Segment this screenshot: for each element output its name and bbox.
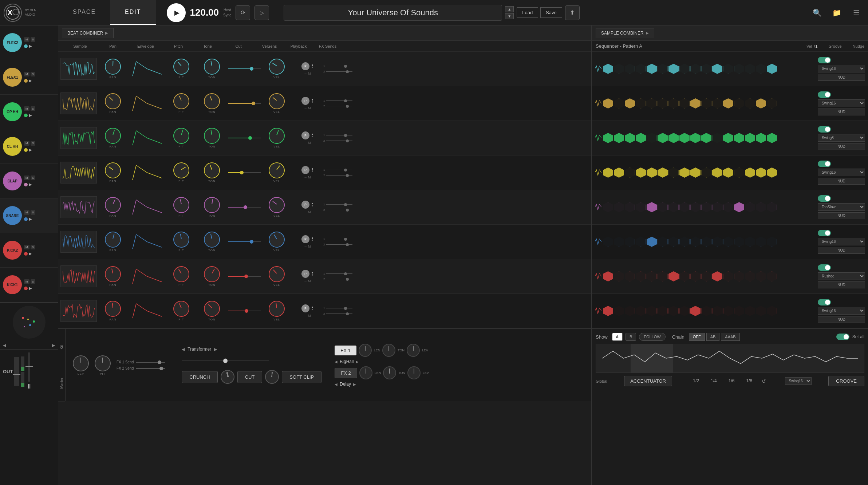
step-opHH-9[interactable] (701, 133, 711, 143)
time-div-sixth[interactable]: 1/6 (726, 378, 737, 384)
step-kick2-2[interactable] (625, 271, 635, 281)
pitch-knob-snare[interactable]: PIT (167, 232, 196, 252)
step-flex2-8[interactable] (690, 64, 701, 74)
vel-knob-kick2[interactable]: VEL (262, 266, 291, 287)
nud-btn-snare[interactable]: NUD (818, 247, 865, 254)
waveform-flex2[interactable] (60, 58, 97, 80)
waveform-clHH[interactable] (60, 162, 97, 184)
save-button[interactable]: Save (540, 7, 562, 18)
tone-knob-flex2[interactable]: TON (197, 59, 226, 79)
vel-knob-flex2[interactable]: VEL (262, 59, 291, 79)
vel-knob-opHH[interactable]: VEL (262, 128, 291, 148)
step-flex1-7[interactable] (679, 98, 690, 109)
groove-select-kick2[interactable]: Rushed (818, 272, 865, 280)
seq-shape-clap[interactable] (595, 204, 601, 211)
step-kick1-5[interactable] (658, 306, 668, 316)
step-kick2-6[interactable] (668, 271, 679, 281)
step-clHH-13[interactable] (745, 167, 755, 178)
step-clHH-0[interactable] (603, 167, 613, 178)
solo-opHH[interactable]: S (31, 106, 35, 111)
sample-combiner-button[interactable]: SAMPLE COMBINER ▶ (596, 28, 654, 38)
step-kick2-14[interactable] (756, 271, 766, 281)
step-clHH-2[interactable] (625, 167, 635, 178)
play-arrow-clap[interactable]: ▶ (29, 182, 32, 186)
step-snare-5[interactable] (658, 237, 668, 247)
fx1-next[interactable]: ▶ (356, 360, 359, 364)
tab-space[interactable]: SPACE (58, 0, 110, 25)
step-flex1-8[interactable] (690, 98, 701, 109)
step-opHH-7[interactable] (679, 133, 690, 143)
tone-knob-flex1[interactable]: TON (197, 93, 226, 114)
next-arrow[interactable]: ▶ (214, 347, 217, 352)
fx2-lev-knob[interactable] (407, 366, 421, 379)
step-clap-4[interactable] (647, 202, 657, 212)
set-all-toggle[interactable] (836, 334, 849, 340)
vel-knob-kick1[interactable]: VEL (262, 301, 291, 321)
step-clap-3[interactable] (636, 202, 646, 212)
time-div-quarter[interactable]: 1/4 (709, 378, 719, 384)
step-clHH-3[interactable] (636, 167, 646, 178)
pause-btn[interactable] (28, 352, 30, 382)
play-arrow-kick2[interactable]: ▶ (29, 252, 32, 256)
pitch-knob-kick1[interactable]: PIT (167, 301, 196, 321)
tone-knob-clap[interactable]: TON (197, 197, 226, 217)
solo-kick1[interactable]: S (31, 279, 35, 284)
pan-knob-clap[interactable]: PAN (98, 197, 127, 217)
seq-toggle-clHH[interactable] (818, 161, 831, 167)
fx1-ton-knob[interactable] (382, 344, 395, 357)
play-button[interactable] (167, 3, 186, 22)
step-kick1-9[interactable] (701, 306, 711, 316)
step-opHH-14[interactable] (756, 133, 766, 143)
seq-toggle-opHH[interactable] (818, 126, 831, 133)
tone-knob-snare[interactable]: TON (197, 232, 226, 252)
groove-select-kick1[interactable]: Swing16 (818, 307, 865, 315)
solo-snare[interactable]: S (31, 210, 35, 215)
output-level-slider[interactable] (14, 357, 19, 386)
step-flex2-1[interactable] (614, 64, 624, 74)
p-btn-flex1[interactable]: P (301, 97, 309, 105)
load-button[interactable]: Load (517, 7, 538, 18)
step-flex2-6[interactable] (668, 64, 679, 74)
envelope-flex1[interactable] (129, 92, 165, 114)
pan-knob-flex2[interactable]: PAN (98, 59, 127, 79)
step-snare-11[interactable] (723, 237, 733, 247)
step-kick1-0[interactable] (603, 306, 613, 316)
step-opHH-1[interactable] (614, 133, 624, 143)
step-kick2-5[interactable] (658, 271, 668, 281)
fx1-lev-knob[interactable] (407, 344, 420, 357)
seq-shape-opHH[interactable] (595, 134, 601, 142)
step-kick1-3[interactable] (636, 306, 646, 316)
step-clap-10[interactable] (712, 202, 722, 212)
step-flex1-11[interactable] (723, 98, 733, 109)
step-snare-10[interactable] (712, 237, 722, 247)
seq-toggle-snare[interactable] (818, 230, 831, 236)
nud-btn-opHH[interactable]: NUD (818, 143, 865, 150)
seq-shape-clHH[interactable] (595, 169, 601, 176)
seq-shape-kick1[interactable] (595, 307, 601, 315)
step-clap-7[interactable] (679, 202, 690, 212)
time-div-eighth[interactable]: 1/8 (744, 378, 754, 384)
cut-slider-flex1[interactable] (228, 92, 261, 114)
pause-icon[interactable]: ⏸ (26, 383, 32, 390)
solo-kick2[interactable]: S (31, 245, 35, 249)
step-clHH-6[interactable] (668, 167, 679, 178)
step-snare-9[interactable] (701, 237, 711, 247)
seq-shape-snare[interactable] (595, 238, 601, 245)
p-btn-flex2[interactable]: P (301, 62, 309, 70)
cut-slider-flex2[interactable] (228, 58, 261, 80)
cut-slider-clHH[interactable] (228, 162, 261, 184)
pattern-a-button[interactable]: A (612, 333, 623, 341)
step-opHH-5[interactable] (658, 133, 668, 143)
p-btn-clHH[interactable]: P (301, 166, 309, 174)
time-div-half[interactable]: 1/2 (691, 378, 701, 384)
nud-btn-flex1[interactable]: NUD (818, 109, 865, 115)
step-flex2-9[interactable] (701, 64, 711, 74)
mute-opHH[interactable]: M (24, 106, 29, 111)
bottom-knob2[interactable] (265, 370, 279, 384)
tone-knob-opHH[interactable]: TON (197, 128, 226, 148)
step-opHH-3[interactable] (636, 133, 646, 143)
tone-knob-kick2[interactable]: TON (197, 266, 226, 287)
forward-icon[interactable]: ▷ (255, 5, 269, 20)
groove-select-flex2[interactable]: Swing16 (818, 65, 865, 72)
envelope-opHH[interactable] (129, 127, 165, 149)
